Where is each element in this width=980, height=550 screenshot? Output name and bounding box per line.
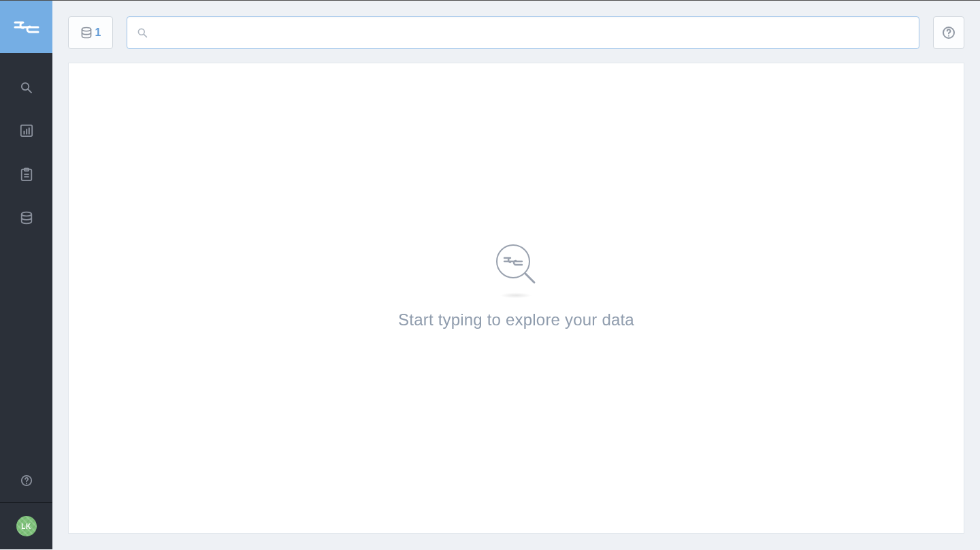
- sidebar-nav: [0, 53, 52, 240]
- empty-search-illustration: [494, 242, 538, 286]
- svg-line-19: [525, 274, 534, 282]
- empty-state: Start typing to explore your data: [398, 242, 634, 329]
- bar-chart-icon: [20, 124, 33, 138]
- svg-point-10: [21, 212, 31, 216]
- database-icon: [80, 27, 93, 39]
- search-icon: [137, 27, 148, 38]
- help-circle-icon: [20, 474, 33, 487]
- database-icon: [20, 211, 33, 225]
- clipboard-icon: [20, 167, 33, 182]
- svg-point-0: [22, 82, 29, 89]
- avatar-initials: LK: [21, 523, 31, 530]
- sidebar-item-data-sources[interactable]: [0, 196, 52, 240]
- sidebar-item-reports[interactable]: [0, 152, 52, 196]
- empty-state-text: Start typing to explore your data: [398, 310, 634, 329]
- data-source-count: 1: [95, 27, 101, 39]
- help-button[interactable]: [933, 16, 964, 49]
- search-bar[interactable]: [127, 16, 919, 49]
- illustration-shadow: [500, 293, 532, 298]
- svg-rect-4: [26, 129, 27, 134]
- svg-point-12: [26, 483, 27, 484]
- topbar: 1: [68, 16, 964, 49]
- sidebar: LK: [0, 1, 52, 549]
- svg-point-14: [138, 29, 144, 35]
- svg-point-17: [948, 35, 949, 37]
- svg-point-13: [82, 27, 91, 31]
- help-circle-icon: [942, 26, 956, 39]
- svg-rect-3: [23, 131, 24, 134]
- magnifier-logo-icon: [494, 242, 538, 286]
- avatar: LK: [16, 516, 37, 536]
- sidebar-help[interactable]: [0, 459, 52, 502]
- brand-logo[interactable]: [0, 1, 52, 53]
- result-canvas: Start typing to explore your data: [68, 63, 964, 534]
- data-source-selector[interactable]: 1: [68, 16, 113, 49]
- search-icon: [20, 81, 33, 94]
- search-input[interactable]: [153, 17, 909, 48]
- sidebar-item-dashboards[interactable]: [0, 109, 52, 152]
- sidebar-item-search[interactable]: [0, 65, 52, 109]
- main: 1: [52, 1, 980, 549]
- brand-logo-icon: [14, 20, 39, 35]
- svg-line-1: [29, 89, 32, 93]
- svg-line-15: [144, 35, 147, 37]
- user-menu[interactable]: LK: [0, 503, 52, 549]
- svg-rect-5: [28, 127, 29, 134]
